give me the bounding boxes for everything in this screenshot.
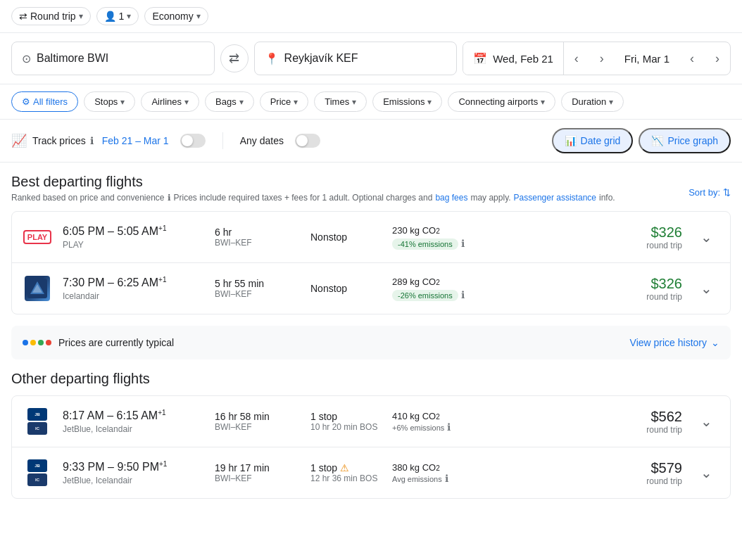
bags-filter-button[interactable]: Bags ▾ bbox=[205, 91, 254, 112]
view-price-history-button[interactable]: View price history ⌄ bbox=[630, 337, 719, 348]
airlines-chevron: ▾ bbox=[184, 97, 189, 107]
other-flight-1-emissions-info[interactable]: ℹ bbox=[447, 421, 451, 433]
track-label: Track prices ℹ bbox=[32, 135, 94, 146]
flight-2-duration: 5 hr 55 min BWI–KEF bbox=[215, 278, 299, 299]
depart-prev-button[interactable]: ‹ bbox=[564, 46, 589, 71]
flight-1-times: 6:05 PM – 5:05 AM+1 PLAY bbox=[63, 224, 203, 249]
flight-card-2[interactable]: 7:30 PM – 6:25 AM+1 Icelandair 5 hr 55 m… bbox=[12, 263, 730, 314]
other-flight-card-2[interactable]: JB IC 9:33 PM – 9:50 PM+1 JetBlue, Icela… bbox=[12, 447, 730, 498]
times-filter-button[interactable]: Times ▾ bbox=[314, 91, 367, 112]
info-text: info. bbox=[599, 193, 615, 203]
price-notice-left: Prices are currently typical bbox=[23, 337, 622, 348]
trend-icon: 📈 bbox=[11, 133, 27, 148]
flight-card-1[interactable]: PLAY 6:05 PM – 5:05 AM+1 PLAY 6 hr BWI–K… bbox=[12, 212, 730, 263]
class-chevron: ▾ bbox=[196, 11, 201, 21]
flight-1-emissions-info[interactable]: ℹ bbox=[461, 238, 465, 249]
other-flight-1-times: 8:17 AM – 6:15 AM+1 JetBlue, Icelandair bbox=[63, 409, 203, 433]
destination-field[interactable]: 📍 Reykjavík KEF bbox=[254, 42, 458, 75]
emissions-label: Emissions bbox=[383, 96, 425, 107]
depart-next-button[interactable]: › bbox=[589, 46, 615, 71]
sort-by-label: Sort by: bbox=[688, 187, 720, 198]
price-graph-label: Price graph bbox=[667, 135, 718, 146]
class-label: Economy bbox=[152, 11, 193, 22]
any-dates-label: Any dates bbox=[240, 135, 284, 146]
other-flight-1-stops: 1 stop 10 hr 20 min BOS bbox=[310, 411, 381, 432]
other-flight-2-duration: 19 hr 17 min BWI–KEF bbox=[215, 462, 299, 483]
emissions-filter-button[interactable]: Emissions ▾ bbox=[372, 91, 442, 112]
best-flights-subtitle: Ranked based on price and convenience ℹ … bbox=[11, 193, 615, 203]
depart-date-field[interactable]: 📅 Wed, Feb 21 bbox=[463, 42, 564, 75]
other-flight-card-1[interactable]: JB IC 8:17 AM – 6:15 AM+1 JetBlue, Icela… bbox=[12, 396, 730, 447]
other-flight-1-expand-button[interactable]: ⌄ bbox=[693, 409, 719, 434]
depart-date-value: Wed, Feb 21 bbox=[493, 53, 553, 65]
class-selector[interactable]: Economy ▾ bbox=[144, 7, 208, 25]
any-dates-toggle[interactable] bbox=[295, 134, 320, 148]
passengers-chevron: ▾ bbox=[127, 11, 131, 21]
top-bar: ⇄ Round trip ▾ 👤 1 ▾ Economy ▾ bbox=[0, 0, 742, 33]
stops-filter-button[interactable]: Stops ▾ bbox=[84, 91, 135, 112]
flight-2-expand-button[interactable]: ⌄ bbox=[693, 276, 719, 301]
all-filters-button[interactable]: ⚙ All filters bbox=[11, 91, 78, 112]
return-prev-button[interactable]: ‹ bbox=[679, 46, 705, 71]
search-row: ⊙ Baltimore BWI ⇄ 📍 Reykjavík KEF 📅 Wed,… bbox=[0, 33, 742, 84]
trip-type-label: Round trip bbox=[30, 11, 76, 22]
duration-label: Duration bbox=[572, 96, 606, 107]
connecting-airports-label: Connecting airports bbox=[458, 96, 538, 107]
other-flight-2-emissions-info[interactable]: ℹ bbox=[445, 473, 448, 484]
date-grid-button[interactable]: 📊 Date grid bbox=[552, 128, 634, 153]
flight-1-expand-button[interactable]: ⌄ bbox=[693, 224, 719, 250]
stops-chevron: ▾ bbox=[120, 97, 125, 107]
other-flights-section: Other departing flights JB IC 8:17 AM – … bbox=[0, 371, 742, 516]
flight-2-emission-badge: -26% emissions bbox=[392, 290, 458, 301]
flight-1-stops: Nonstop bbox=[310, 231, 381, 243]
icelandair-logo bbox=[23, 274, 51, 303]
emissions-chevron: ▾ bbox=[427, 97, 432, 107]
other-flight-1-price: $562 round trip bbox=[598, 409, 682, 435]
connecting-airports-filter-button[interactable]: Connecting airports ▾ bbox=[448, 91, 555, 112]
other-flight-2-times: 9:33 PM – 9:50 PM+1 JetBlue, Icelandair bbox=[63, 460, 203, 485]
view-history-chevron: ⌄ bbox=[711, 337, 719, 348]
subtitle-text: Ranked based on price and convenience bbox=[11, 193, 165, 203]
best-flights-cards: PLAY 6:05 PM – 5:05 AM+1 PLAY 6 hr BWI–K… bbox=[11, 211, 731, 314]
price-filter-button[interactable]: Price ▾ bbox=[260, 91, 309, 112]
passenger-icon: 👤 bbox=[104, 11, 116, 22]
other-flight-1-logo: JB IC bbox=[23, 407, 51, 435]
times-chevron: ▾ bbox=[352, 97, 356, 107]
trip-type-selector[interactable]: ⇄ Round trip ▾ bbox=[11, 7, 91, 25]
any-dates-container: Any dates bbox=[240, 134, 320, 148]
swap-button[interactable]: ⇄ bbox=[220, 44, 249, 72]
duration-filter-button[interactable]: Duration ▾ bbox=[561, 91, 624, 112]
best-flights-title: Best departing flights bbox=[11, 174, 615, 190]
airlines-filter-button[interactable]: Airlines ▾ bbox=[141, 91, 199, 112]
track-prices-toggle[interactable] bbox=[180, 134, 206, 148]
return-date-field[interactable]: Fri, Mar 1 bbox=[615, 42, 679, 75]
best-flights-header: Best departing flights Ranked based on p… bbox=[11, 174, 731, 211]
passengers-selector[interactable]: 👤 1 ▾ bbox=[96, 7, 139, 25]
price-graph-button[interactable]: 📉 Price graph bbox=[639, 128, 731, 153]
prices-include-text: Prices include required taxes + fees for… bbox=[174, 193, 433, 203]
flight-2-emissions-info[interactable]: ℹ bbox=[461, 289, 465, 300]
other-flight-2-emissions: 380 kg CO2 Avg emissions ℹ bbox=[392, 462, 586, 484]
other-flight-1-airline: JetBlue, Icelandair bbox=[63, 424, 203, 434]
date-range-selector[interactable]: 📅 Wed, Feb 21 ‹ › Fri, Mar 1 ‹ › bbox=[463, 42, 731, 75]
date-grid-icon: 📊 bbox=[565, 135, 577, 146]
track-date-range: Feb 21 – Mar 1 bbox=[102, 135, 169, 146]
return-next-button[interactable]: › bbox=[705, 46, 730, 71]
flight-2-price: $326 round trip bbox=[598, 276, 682, 302]
flight-1-price: $326 round trip bbox=[598, 224, 682, 250]
passenger-assistance-link[interactable]: Passenger assistance bbox=[514, 193, 596, 203]
other-flight-2-expand-button[interactable]: ⌄ bbox=[693, 460, 719, 485]
origin-field[interactable]: ⊙ Baltimore BWI bbox=[11, 42, 215, 75]
origin-value: Baltimore BWI bbox=[37, 52, 108, 65]
may-apply-text: may apply. bbox=[470, 193, 510, 203]
typical-price-icon bbox=[23, 340, 51, 345]
sort-by-button[interactable]: Sort by: ⇅ bbox=[688, 187, 731, 198]
track-prices-row: 📈 Track prices ℹ Feb 21 – Mar 1 Any date… bbox=[0, 120, 742, 163]
bag-fees-link[interactable]: bag fees bbox=[435, 193, 467, 203]
filter-icon: ⚙ bbox=[22, 96, 30, 107]
airlines-label: Airlines bbox=[151, 96, 182, 107]
play-logo: PLAY bbox=[23, 223, 51, 251]
other-flights-title: Other departing flights bbox=[11, 371, 731, 387]
origin-dot-icon: ⊙ bbox=[22, 52, 31, 65]
flight-1-emissions: 230 kg CO2 -41% emissions ℹ bbox=[392, 225, 586, 250]
